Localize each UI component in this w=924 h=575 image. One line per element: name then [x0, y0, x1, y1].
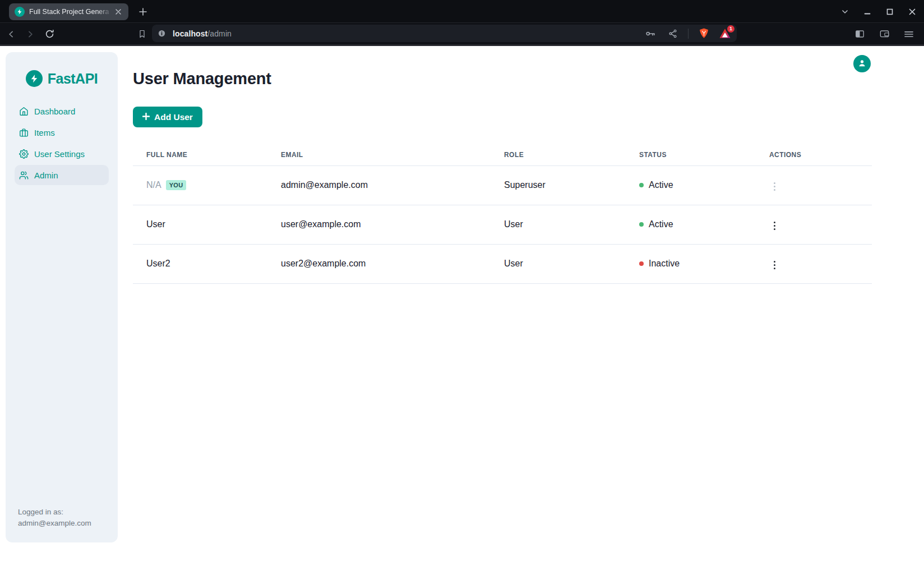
plus-icon	[142, 112, 150, 122]
table-row: User2 user2@example.com User Inactive	[133, 244, 872, 283]
browser-tab[interactable]: Full Stack Project Genera	[9, 3, 128, 20]
url-bar[interactable]: localhost/admin 1	[152, 25, 737, 42]
header-role: Role	[491, 145, 626, 165]
cell-email: admin@example.com	[267, 165, 491, 205]
rewards-badge: 1	[727, 25, 734, 33]
row-actions-kebab-icon[interactable]	[769, 179, 780, 194]
fastapi-logo: FastAPI	[6, 70, 118, 87]
table-header-row: Full Name Email Role Status Actions	[133, 145, 872, 165]
back-icon[interactable]	[3, 26, 19, 42]
cell-role: User	[491, 244, 626, 283]
cell-actions	[756, 205, 872, 244]
header-status: Status	[626, 145, 756, 165]
row-actions-kebab-icon[interactable]	[769, 218, 780, 233]
url-host: localhost	[173, 29, 207, 38]
sidebar-item-dashboard[interactable]: Dashboard	[15, 101, 109, 121]
sidebar-item-label: User Settings	[34, 149, 85, 159]
toolbar-right	[852, 24, 916, 44]
logo-text: FastAPI	[48, 71, 98, 87]
status-dot-active	[639, 183, 644, 187]
header-full-name: Full Name	[133, 145, 267, 165]
logged-in-info: Logged in as: admin@example.com	[18, 507, 91, 529]
sidebar-item-user-settings[interactable]: User Settings	[15, 144, 109, 164]
users-icon	[19, 171, 29, 180]
lightning-bolt-icon	[26, 70, 43, 87]
url-text[interactable]: localhost/admin	[173, 29, 232, 38]
cell-email: user@example.com	[267, 205, 491, 244]
lightning-bolt-favicon	[15, 7, 25, 17]
status-dot-active	[639, 222, 644, 227]
menu-hamburger-icon[interactable]	[902, 27, 916, 42]
header-actions: Actions	[756, 145, 872, 165]
logged-in-label: Logged in as:	[18, 507, 91, 518]
tab-title: Full Stack Project Genera	[29, 8, 112, 16]
row-actions-kebab-icon[interactable]	[769, 257, 780, 273]
chevron-down-icon[interactable]	[838, 4, 852, 19]
status-label: Active	[649, 180, 673, 190]
sidebar-item-label: Admin	[34, 171, 58, 180]
url-path: /admin	[207, 29, 232, 38]
cell-actions	[756, 244, 872, 283]
table-row: User user@example.com User Active	[133, 205, 872, 244]
wallet-icon[interactable]	[877, 27, 891, 42]
page-title: User Management	[133, 70, 271, 88]
briefcase-icon	[19, 128, 29, 137]
side-panel-icon[interactable]	[852, 27, 867, 42]
bookmark-icon[interactable]	[135, 26, 149, 41]
logged-in-email: admin@example.com	[18, 518, 91, 529]
share-icon[interactable]	[666, 26, 680, 41]
header-email: Email	[267, 145, 491, 165]
cell-email: user2@example.com	[267, 244, 491, 283]
user-avatar-button[interactable]	[853, 55, 871, 72]
reload-icon[interactable]	[41, 26, 57, 42]
add-user-label: Add User	[154, 112, 193, 122]
forward-icon[interactable]	[22, 26, 38, 42]
cell-status: Active	[626, 205, 756, 244]
status-label: Inactive	[649, 259, 680, 269]
page-content: FastAPI Dashboard Items	[0, 46, 924, 575]
you-badge: YOU	[166, 180, 187, 190]
minimize-icon[interactable]	[860, 4, 875, 19]
divider	[688, 29, 689, 39]
cell-status: Active	[626, 165, 756, 205]
cell-role: Superuser	[491, 165, 626, 205]
cell-role: User	[491, 205, 626, 244]
sidebar-menu: Dashboard Items User Settings	[6, 100, 118, 186]
url-actions: 1	[643, 26, 731, 41]
add-user-button[interactable]: Add User	[133, 107, 202, 127]
titlebar: Full Stack Project Genera	[0, 0, 924, 23]
gear-icon	[19, 149, 29, 159]
cell-status: Inactive	[626, 244, 756, 283]
users-table: Full Name Email Role Status Actions N/AY…	[133, 145, 872, 284]
sidebar-item-label: Dashboard	[34, 107, 75, 116]
sidebar-item-label: Items	[34, 128, 55, 137]
tab-close-icon[interactable]	[113, 6, 124, 17]
home-icon	[19, 107, 29, 116]
brave-shield-icon[interactable]	[696, 26, 711, 41]
sidebar-item-items[interactable]: Items	[15, 122, 109, 142]
cell-actions	[756, 165, 872, 205]
browser-window: Full Stack Project Genera	[0, 0, 924, 575]
status-label: Active	[649, 219, 673, 229]
maximize-icon[interactable]	[883, 4, 897, 19]
user-icon	[857, 58, 867, 70]
full-name-value: N/A	[146, 180, 161, 190]
window-controls	[838, 0, 920, 23]
close-window-icon[interactable]	[905, 4, 920, 19]
table-row: N/AYOU admin@example.com Superuser Activ…	[133, 165, 872, 205]
cell-full-name: User2	[133, 244, 267, 283]
sidebar: FastAPI Dashboard Items	[6, 52, 118, 542]
site-info-icon[interactable]	[158, 29, 166, 38]
status-dot-inactive	[639, 261, 644, 266]
new-tab-icon[interactable]	[137, 6, 149, 18]
brave-rewards-icon[interactable]: 1	[719, 27, 731, 40]
cell-full-name: User	[133, 205, 267, 244]
sidebar-item-admin[interactable]: Admin	[15, 165, 109, 185]
cell-full-name: N/AYOU	[133, 165, 267, 205]
password-key-icon[interactable]	[643, 26, 658, 41]
